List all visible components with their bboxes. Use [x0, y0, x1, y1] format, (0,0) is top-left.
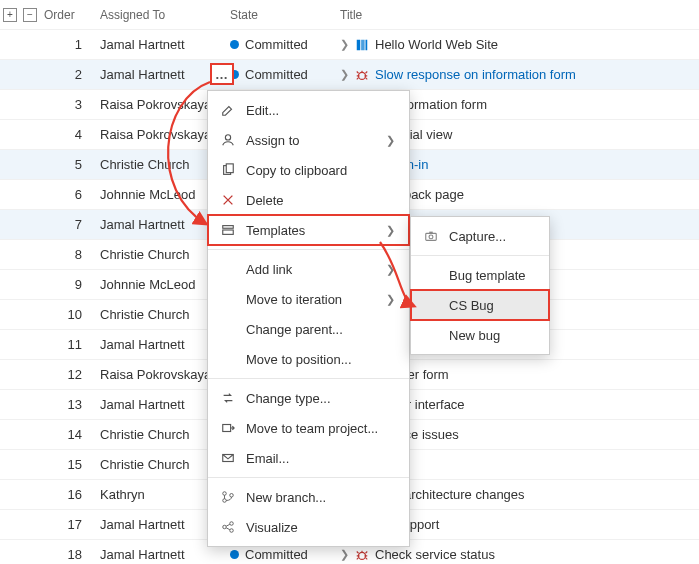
cell-order: 1	[40, 37, 100, 52]
col-assigned[interactable]: Assigned To	[100, 8, 230, 22]
state-label: Committed	[245, 547, 308, 562]
cell-order: 18	[40, 547, 100, 562]
svg-rect-24	[223, 230, 234, 234]
cell-order: 13	[40, 397, 100, 412]
cell-order: 10	[40, 307, 100, 322]
menu-item-label: Edit...	[246, 103, 279, 118]
cell-order: 16	[40, 487, 100, 502]
state-label: Committed	[245, 37, 308, 52]
cell-state: Committed	[230, 37, 340, 52]
templates-icon	[220, 223, 236, 237]
cell-order: 7	[40, 217, 100, 232]
menu-delete[interactable]: Delete	[208, 185, 409, 215]
move-project-icon	[220, 421, 236, 435]
state-label: Committed	[245, 67, 308, 82]
svg-rect-23	[223, 226, 234, 229]
svg-rect-0	[357, 39, 361, 50]
cell-title: ❯Hello World Web Site	[340, 37, 699, 52]
context-menu: Edit... Assign to ❯ Copy to clipboard De…	[207, 90, 410, 547]
person-icon	[220, 133, 236, 147]
svg-point-19	[359, 552, 366, 559]
cell-order: 12	[40, 367, 100, 382]
table-row[interactable]: 1Jamal HartnettCommitted❯Hello World Web…	[0, 30, 699, 60]
col-state[interactable]: State	[230, 8, 340, 22]
menu-move-iteration[interactable]: Move to iteration ❯	[208, 284, 409, 314]
cell-assigned: Jamal Hartnett	[100, 547, 230, 562]
chevron-right-icon: ❯	[340, 68, 349, 81]
chevron-right-icon: ❯	[340, 548, 349, 561]
bug-icon	[355, 68, 369, 82]
pencil-icon	[220, 103, 236, 117]
menu-assign-to[interactable]: Assign to ❯	[208, 125, 409, 155]
title-text[interactable]: Slow response on information form	[375, 67, 576, 82]
chevron-right-icon: ❯	[386, 134, 395, 147]
menu-item-label: CS Bug	[449, 298, 494, 313]
cell-order: 9	[40, 277, 100, 292]
chevron-right-icon: ❯	[386, 224, 395, 237]
svg-point-30	[223, 525, 227, 529]
visualize-icon	[220, 520, 236, 534]
svg-point-27	[223, 492, 227, 496]
table-row[interactable]: 2Jamal HartnettCommitted❯Slow response o…	[0, 60, 699, 90]
menu-item-label: Move to team project...	[246, 421, 378, 436]
state-dot-icon	[230, 40, 239, 49]
submenu-cs-bug[interactable]: CS Bug	[411, 290, 549, 320]
chevron-right-icon: ❯	[386, 293, 395, 306]
menu-email[interactable]: Email...	[208, 443, 409, 473]
menu-item-label: Capture...	[449, 229, 506, 244]
table-header: + − Order Assigned To State Title	[0, 0, 699, 30]
collapse-all-icon[interactable]: −	[23, 8, 37, 22]
bug-icon	[355, 548, 369, 562]
cell-assigned: Jamal Hartnett	[100, 37, 230, 52]
cell-order: 14	[40, 427, 100, 442]
menu-item-label: Email...	[246, 451, 289, 466]
menu-separator	[411, 255, 549, 256]
email-icon	[220, 451, 236, 465]
menu-item-label: Add link	[246, 262, 292, 277]
menu-separator	[208, 249, 409, 250]
submenu-new-bug[interactable]: New bug	[411, 320, 549, 350]
expand-all-icon[interactable]: +	[3, 8, 17, 22]
menu-move-position[interactable]: Move to position...	[208, 344, 409, 374]
menu-copy[interactable]: Copy to clipboard	[208, 155, 409, 185]
menu-change-parent[interactable]: Change parent...	[208, 314, 409, 344]
branch-icon	[220, 490, 236, 504]
submenu-bug-template[interactable]: Bug template	[411, 260, 549, 290]
menu-new-branch[interactable]: New branch...	[208, 482, 409, 512]
cell-order: 8	[40, 247, 100, 262]
cell-order: 6	[40, 187, 100, 202]
menu-change-type[interactable]: Change type...	[208, 383, 409, 413]
svg-point-3	[359, 72, 366, 79]
menu-item-label: Move to position...	[246, 352, 352, 367]
menu-item-label: Change type...	[246, 391, 331, 406]
col-order[interactable]: Order	[40, 8, 100, 22]
svg-rect-25	[223, 425, 231, 432]
more-actions-button[interactable]: …	[211, 64, 233, 84]
menu-move-team[interactable]: Move to team project...	[208, 413, 409, 443]
col-title[interactable]: Title	[340, 8, 699, 22]
chevron-right-icon: ❯	[386, 263, 395, 276]
change-type-icon	[220, 391, 236, 405]
menu-edit[interactable]: Edit...	[208, 95, 409, 125]
svg-point-31	[230, 522, 234, 526]
cell-order: 17	[40, 517, 100, 532]
title-text: Check service status	[375, 547, 495, 562]
menu-visualize[interactable]: Visualize	[208, 512, 409, 542]
cell-order: 3	[40, 97, 100, 112]
menu-item-label: Visualize	[246, 520, 298, 535]
menu-item-label: Change parent...	[246, 322, 343, 337]
svg-rect-22	[226, 164, 233, 173]
submenu-capture[interactable]: Capture...	[411, 221, 549, 251]
menu-add-link[interactable]: Add link ❯	[208, 254, 409, 284]
svg-point-29	[230, 494, 234, 498]
cell-order: 5	[40, 157, 100, 172]
menu-item-label: Copy to clipboard	[246, 163, 347, 178]
cell-order: 4	[40, 127, 100, 142]
copy-icon	[220, 163, 236, 177]
menu-item-label: Move to iteration	[246, 292, 342, 307]
cell-title: ❯Slow response on information form	[340, 67, 699, 82]
svg-rect-2	[366, 39, 368, 50]
svg-rect-1	[361, 39, 365, 50]
menu-templates[interactable]: Templates ❯	[208, 215, 409, 245]
cell-title: ❯Check service status	[340, 547, 699, 562]
